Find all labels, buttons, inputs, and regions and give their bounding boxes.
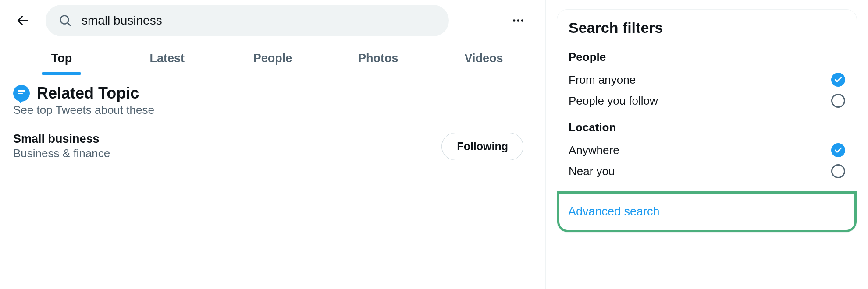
advanced-search-highlight: Advanced search xyxy=(557,191,857,232)
related-topic-subtitle: See top Tweets about these xyxy=(13,103,532,117)
topic-icon xyxy=(13,85,30,102)
radio-checked-icon xyxy=(831,73,845,87)
filter-option-label: From anyone xyxy=(569,73,636,87)
tab-latest[interactable]: Latest xyxy=(114,41,220,75)
lines-icon xyxy=(18,90,25,96)
filter-group-location: Location Anywhere Near you xyxy=(557,115,857,185)
svg-point-4 xyxy=(517,19,519,21)
filter-group-title: Location xyxy=(569,121,845,134)
filter-option-anywhere[interactable]: Anywhere xyxy=(569,140,845,161)
more-horizontal-icon xyxy=(511,14,525,28)
tab-videos[interactable]: Videos xyxy=(431,41,537,75)
svg-point-3 xyxy=(513,19,515,21)
tab-photos[interactable]: Photos xyxy=(325,41,431,75)
topic-name[interactable]: Small business xyxy=(13,132,110,146)
filter-option-label: People you follow xyxy=(569,94,658,108)
search-icon xyxy=(59,14,72,27)
svg-rect-7 xyxy=(18,93,23,94)
filter-option-label: Near you xyxy=(569,165,615,178)
svg-line-2 xyxy=(68,23,70,25)
search-filters-title: Search filters xyxy=(557,19,857,44)
sidebar: Search filters People From anyone People… xyxy=(546,0,868,289)
following-button[interactable]: Following xyxy=(441,133,523,160)
filter-option-label: Anywhere xyxy=(569,144,619,157)
related-topic-title: Related Topic xyxy=(37,84,139,102)
topic-row: Small business Business & finance Follow… xyxy=(13,117,532,169)
filter-option-near-you[interactable]: Near you xyxy=(569,161,845,182)
main-column: Top Latest People Photos Videos Related … xyxy=(0,0,546,289)
radio-unchecked-icon xyxy=(831,164,845,178)
svg-rect-6 xyxy=(18,90,25,92)
tabs-row: Top Latest People Photos Videos xyxy=(0,41,545,75)
search-bar[interactable] xyxy=(46,5,449,36)
back-arrow-icon xyxy=(16,14,30,28)
search-header xyxy=(0,0,545,41)
related-topic-header: Related Topic xyxy=(13,84,532,102)
search-filters-card: Search filters People From anyone People… xyxy=(557,9,857,233)
related-topic-section: Related Topic See top Tweets about these… xyxy=(0,75,545,178)
filter-group-title: People xyxy=(569,50,845,64)
filter-option-from-anyone[interactable]: From anyone xyxy=(569,69,845,90)
radio-unchecked-icon xyxy=(831,94,845,108)
svg-point-5 xyxy=(521,19,523,21)
topic-category: Business & finance xyxy=(13,147,110,160)
tab-top[interactable]: Top xyxy=(9,41,114,75)
topic-info: Small business Business & finance xyxy=(13,132,110,160)
advanced-search-link[interactable]: Advanced search xyxy=(568,205,660,218)
tab-people[interactable]: People xyxy=(220,41,326,75)
radio-checked-icon xyxy=(831,143,845,157)
filter-group-people: People From anyone People you follow xyxy=(557,44,857,115)
search-input[interactable] xyxy=(82,14,436,28)
filter-option-people-you-follow[interactable]: People you follow xyxy=(569,90,845,111)
more-options-button[interactable] xyxy=(509,11,528,30)
back-button[interactable] xyxy=(13,11,32,30)
